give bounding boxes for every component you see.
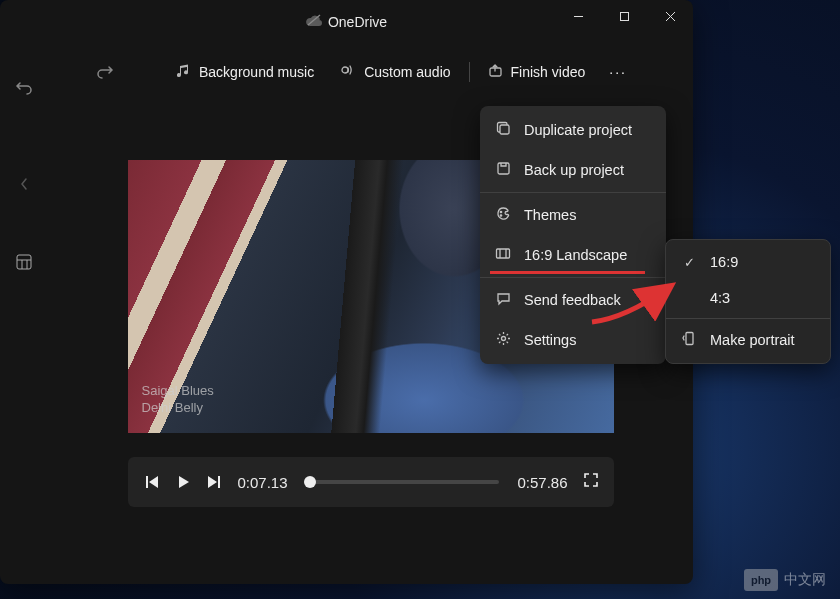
svg-rect-2 xyxy=(620,12,628,20)
menu-feedback-label: Send feedback xyxy=(524,292,621,308)
more-button[interactable]: ··· xyxy=(599,58,637,86)
svg-point-13 xyxy=(500,211,501,212)
aspect-option-4-3[interactable]: 4:3 xyxy=(666,280,830,316)
site-watermark: php 中文网 xyxy=(744,569,826,591)
seek-thumb[interactable] xyxy=(304,476,316,488)
caption-line2: Delhi Belly xyxy=(142,399,214,417)
svg-rect-19 xyxy=(686,333,693,345)
caption-line1: Saigal Blues xyxy=(142,382,214,400)
svg-point-18 xyxy=(501,337,505,341)
menu-send-feedback[interactable]: Send feedback xyxy=(480,280,666,320)
svg-rect-12 xyxy=(498,163,509,174)
settings-icon xyxy=(494,331,512,349)
svg-point-9 xyxy=(342,67,348,73)
finish-video-button[interactable]: Finish video xyxy=(476,57,598,87)
seek-bar[interactable] xyxy=(306,480,500,484)
toolbar-divider xyxy=(469,62,470,82)
finish-video-label: Finish video xyxy=(511,64,586,80)
audio-caption: Saigal Blues Delhi Belly xyxy=(142,382,214,417)
menu-settings[interactable]: Settings xyxy=(480,320,666,360)
redo-button[interactable] xyxy=(96,63,114,81)
menu-backup-label: Back up project xyxy=(524,162,624,178)
play-button[interactable] xyxy=(174,473,192,491)
menu-aspect-ratio[interactable]: 16:9 Landscape xyxy=(480,235,666,275)
close-button[interactable] xyxy=(647,0,693,32)
themes-icon xyxy=(494,206,512,224)
menu-aspect-label: 16:9 Landscape xyxy=(524,247,627,263)
svg-rect-15 xyxy=(497,249,510,258)
custom-audio-button[interactable]: Custom audio xyxy=(328,57,462,87)
aspect-4-3-label: 4:3 xyxy=(710,290,730,306)
back-button[interactable] xyxy=(6,166,42,202)
backup-icon xyxy=(494,161,512,179)
svg-rect-5 xyxy=(17,255,31,269)
check-icon: ✓ xyxy=(680,255,698,270)
audio-icon xyxy=(340,63,356,81)
menu-themes[interactable]: Themes xyxy=(480,195,666,235)
menu-themes-label: Themes xyxy=(524,207,576,223)
aspect-icon xyxy=(494,246,512,264)
make-portrait-label: Make portrait xyxy=(710,332,795,348)
svg-point-14 xyxy=(500,215,501,216)
next-frame-button[interactable] xyxy=(206,473,224,491)
menu-backup-project[interactable]: Back up project xyxy=(480,150,666,190)
maximize-button[interactable] xyxy=(601,0,647,32)
menu-duplicate-project[interactable]: Duplicate project xyxy=(480,110,666,150)
undo-button[interactable] xyxy=(6,70,42,106)
aspect-submenu: ✓ 16:9 4:3 Make portrait xyxy=(665,239,831,364)
toolbar: Background music Custom audio Finish vid… xyxy=(48,44,693,100)
export-icon xyxy=(488,63,503,81)
prev-frame-button[interactable] xyxy=(142,473,160,491)
current-time: 0:07.13 xyxy=(238,474,288,491)
titlebar: OneDrive xyxy=(0,0,693,44)
menu-separator xyxy=(666,318,830,319)
duration: 0:57.86 xyxy=(517,474,567,491)
music-icon xyxy=(176,63,191,81)
fullscreen-button[interactable] xyxy=(582,471,600,493)
custom-audio-label: Custom audio xyxy=(364,64,450,80)
window-title: OneDrive xyxy=(328,14,387,30)
minimize-button[interactable] xyxy=(555,0,601,32)
make-portrait-option[interactable]: Make portrait xyxy=(666,321,830,359)
duplicate-icon xyxy=(494,121,512,139)
cloud-off-icon xyxy=(306,14,322,29)
sidebar xyxy=(0,44,48,584)
menu-duplicate-label: Duplicate project xyxy=(524,122,632,138)
menu-separator xyxy=(480,192,666,193)
more-menu: Duplicate project Back up project Themes… xyxy=(480,106,666,364)
brand-logo: php xyxy=(744,569,778,591)
window-controls xyxy=(555,0,693,32)
playback-controls: 0:07.13 0:57.86 xyxy=(128,457,614,507)
annotation-underline xyxy=(490,271,645,274)
portrait-icon xyxy=(680,331,698,349)
menu-separator xyxy=(480,277,666,278)
library-button[interactable] xyxy=(6,244,42,280)
background-music-button[interactable]: Background music xyxy=(164,57,326,87)
brand-text: 中文网 xyxy=(784,571,826,589)
aspect-option-16-9[interactable]: ✓ 16:9 xyxy=(666,244,830,280)
background-music-label: Background music xyxy=(199,64,314,80)
svg-rect-11 xyxy=(500,125,509,134)
feedback-icon xyxy=(494,291,512,309)
menu-settings-label: Settings xyxy=(524,332,576,348)
aspect-16-9-label: 16:9 xyxy=(710,254,738,270)
